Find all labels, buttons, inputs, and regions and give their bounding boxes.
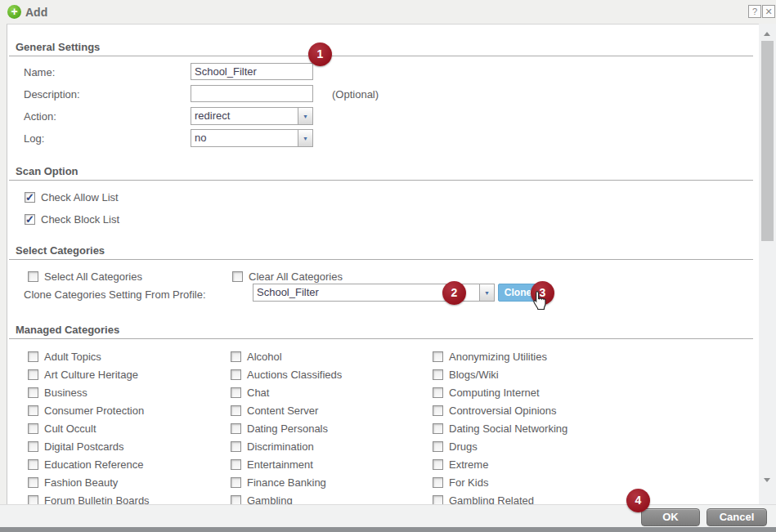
category-label: Controversial Opinions — [449, 405, 557, 417]
scan-option-heading: Scan Option — [16, 165, 78, 177]
check-allow-list-checkbox[interactable] — [25, 192, 35, 203]
category-label: Forum Bulletin Boards — [44, 494, 150, 505]
category-label: Drugs — [449, 440, 478, 453]
category-label: Anonymizing Utilities — [449, 351, 547, 363]
optional-label: (Optional) — [332, 88, 379, 101]
hand-cursor-icon — [529, 290, 550, 313]
category-label: Fashion Beauty — [44, 476, 118, 489]
category-row: For Kids — [433, 473, 567, 491]
category-label: Discrimination — [247, 440, 314, 453]
chevron-down-icon[interactable] — [298, 108, 312, 124]
category-checkbox[interactable] — [433, 369, 443, 380]
category-checkbox[interactable] — [28, 441, 38, 452]
section-divider — [9, 180, 753, 181]
chevron-down-icon[interactable] — [479, 284, 494, 301]
select-all-categories-checkbox[interactable] — [28, 271, 38, 282]
category-checkbox[interactable] — [28, 405, 38, 416]
category-label: Alcohol — [247, 351, 282, 363]
category-checkbox[interactable] — [28, 351, 38, 362]
chevron-down-icon[interactable] — [298, 130, 312, 146]
category-checkbox[interactable] — [433, 351, 443, 362]
category-checkbox[interactable] — [231, 477, 241, 488]
clear-all-categories-checkbox[interactable] — [232, 271, 243, 282]
general-settings-heading: General Settings — [16, 41, 100, 53]
category-row: Content Server — [231, 401, 342, 419]
category-checkbox[interactable] — [433, 405, 443, 416]
scroll-down-icon[interactable] — [759, 473, 776, 486]
category-label: Education Reference — [44, 458, 143, 471]
category-row: Education Reference — [28, 455, 150, 473]
category-checkbox[interactable] — [231, 369, 241, 380]
clear-all-categories-row: Clear All Categories — [232, 270, 343, 283]
category-row: Computing Internet — [433, 383, 567, 401]
category-checkbox[interactable] — [433, 459, 443, 470]
description-input[interactable] — [191, 85, 313, 102]
category-row: Alcohol — [231, 347, 342, 365]
categories-column-1: Adult Topics Art Culture Heritage Busine… — [28, 347, 150, 504]
select-categories-heading: Select Categories — [16, 244, 105, 257]
scroll-up-icon[interactable] — [759, 27, 776, 40]
category-checkbox[interactable] — [28, 495, 38, 505]
category-checkbox[interactable] — [231, 405, 241, 416]
category-row: Forum Bulletin Boards — [28, 491, 150, 504]
category-label: Extreme — [449, 458, 488, 471]
step-badge-4: 4 — [626, 489, 650, 512]
categories-column-3: Anonymizing Utilities Blogs/Wiki Computi… — [433, 347, 567, 504]
close-button[interactable]: ✕ — [762, 5, 775, 18]
section-divider — [9, 259, 753, 260]
category-label: Chat — [247, 387, 269, 399]
category-label: Gambling — [247, 494, 293, 505]
category-row: Drugs — [433, 437, 567, 455]
check-block-list-label: Check Block List — [41, 213, 119, 226]
log-select[interactable]: no — [191, 129, 313, 147]
category-label: Auctions Classifieds — [247, 369, 342, 381]
category-checkbox[interactable] — [231, 351, 241, 362]
help-button[interactable]: ? — [748, 5, 761, 18]
step-badge-2: 2 — [442, 281, 466, 305]
category-row: Digital Postcards — [28, 437, 150, 455]
check-block-list-row: Check Block List — [25, 212, 119, 226]
category-checkbox[interactable] — [28, 459, 38, 470]
description-label: Description: — [24, 88, 80, 101]
scrollbar-thumb[interactable] — [761, 41, 774, 241]
check-allow-list-label: Check Allow List — [41, 191, 119, 203]
category-checkbox[interactable] — [231, 495, 241, 505]
category-checkbox[interactable] — [28, 387, 38, 398]
category-checkbox[interactable] — [28, 369, 38, 380]
category-checkbox[interactable] — [433, 441, 443, 452]
category-checkbox[interactable] — [433, 387, 443, 398]
window-bottom-edge — [0, 527, 776, 532]
clone-profile-label: Clone Categories Setting From Profile: — [24, 288, 206, 301]
category-checkbox[interactable] — [231, 387, 241, 398]
check-block-list-checkbox[interactable] — [25, 214, 35, 225]
action-select[interactable]: redirect — [191, 107, 313, 125]
cancel-button[interactable]: Cancel — [706, 508, 767, 526]
category-label: Dating Personals — [247, 422, 328, 435]
category-checkbox[interactable] — [28, 477, 38, 488]
category-checkbox[interactable] — [231, 423, 241, 434]
dialog-titlebar: + Add ? ✕ — [0, 0, 776, 24]
category-checkbox[interactable] — [433, 423, 443, 434]
category-label: Adult Topics — [44, 351, 101, 363]
name-input[interactable] — [191, 63, 313, 80]
category-checkbox[interactable] — [433, 477, 443, 488]
category-row: Cult Occult — [28, 419, 150, 437]
category-row: Chat — [231, 383, 342, 401]
check-allow-list-row: Check Allow List — [25, 190, 119, 203]
category-checkbox[interactable] — [28, 423, 38, 434]
category-checkbox[interactable] — [433, 495, 443, 505]
category-checkbox[interactable] — [231, 441, 241, 452]
category-label: Computing Internet — [449, 387, 540, 399]
ok-button[interactable]: OK — [641, 508, 700, 526]
category-label: Dating Social Networking — [449, 422, 567, 435]
category-row: Dating Personals — [231, 419, 342, 437]
category-label: For Kids — [449, 476, 488, 489]
vertical-scrollbar[interactable] — [759, 24, 776, 504]
category-row: Blogs/Wiki — [433, 365, 567, 383]
categories-column-2: Alcohol Auctions Classifieds Chat Conten… — [231, 347, 342, 504]
section-divider — [9, 338, 753, 339]
log-label: Log: — [24, 132, 44, 145]
category-checkbox[interactable] — [231, 459, 241, 470]
clear-all-categories-label: Clear All Categories — [249, 270, 343, 283]
category-label: Gambling Related — [449, 494, 534, 505]
